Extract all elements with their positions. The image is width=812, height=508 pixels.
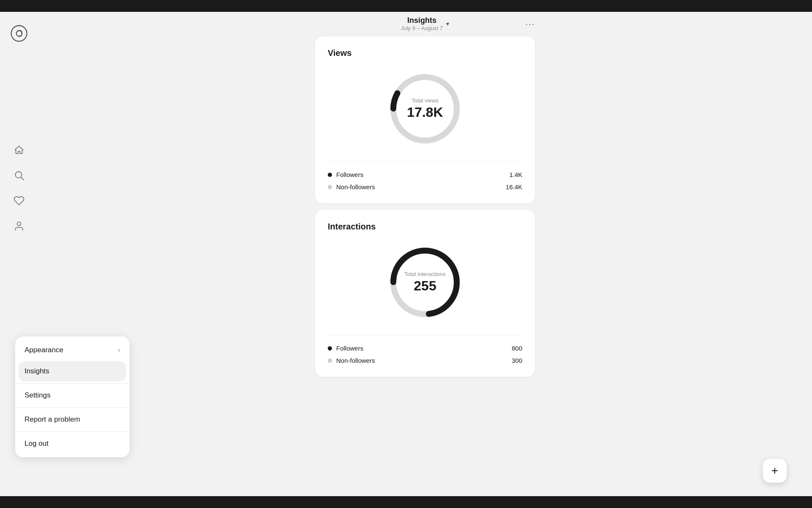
page-title: Insights xyxy=(407,16,436,25)
dropdown-item-insights[interactable]: Insights xyxy=(19,361,126,381)
dropdown-item-appearance[interactable]: Appearance › xyxy=(15,340,129,360)
date-range: July 9 – August 7 xyxy=(401,25,443,31)
interactions-donut-center: Total interactions 255 xyxy=(404,271,446,294)
views-legend: Followers 1.4K Non-followers 16.4K xyxy=(328,161,522,193)
profile-icon[interactable] xyxy=(13,220,25,232)
threads-logo[interactable] xyxy=(10,25,28,42)
views-followers-row: Followers 1.4K xyxy=(328,168,522,181)
int-nonfollowers-dot xyxy=(328,359,332,363)
divider xyxy=(15,383,129,384)
interactions-legend: Followers 800 Non-followers 300 xyxy=(328,335,522,367)
svg-line-2 xyxy=(21,177,24,180)
divider-3 xyxy=(15,431,129,432)
activity-icon[interactable] xyxy=(13,195,25,207)
sidebar-nav xyxy=(13,144,25,232)
svg-point-0 xyxy=(11,26,27,41)
int-followers-dot xyxy=(328,346,332,351)
int-nonfollowers-value: 300 xyxy=(512,357,522,364)
nonfollowers-label: Non-followers xyxy=(336,183,375,190)
header-title-area: Insights July 9 – August 7 xyxy=(401,16,443,31)
views-donut-chart: Total views 17.8K xyxy=(383,66,467,151)
home-icon[interactable] xyxy=(13,144,25,156)
svg-point-1 xyxy=(15,171,22,178)
views-center-label: Total views xyxy=(407,97,443,104)
views-donut-center: Total views 17.8K xyxy=(407,97,443,120)
interactions-donut-container: Total interactions 255 xyxy=(328,240,522,325)
new-post-fab[interactable]: + xyxy=(763,459,787,483)
nonfollowers-value: 16.4K xyxy=(506,183,522,190)
int-followers-label: Followers xyxy=(336,345,363,352)
more-options-button[interactable]: ··· xyxy=(525,19,535,29)
interactions-center-value: 255 xyxy=(404,278,446,294)
chevron-right-icon: › xyxy=(118,346,120,354)
interactions-center-label: Total interactions xyxy=(404,271,446,277)
views-nonfollowers-row: Non-followers 16.4K xyxy=(328,181,522,193)
divider-2 xyxy=(15,407,129,408)
dropdown-menu: Appearance › Insights Settings Report a … xyxy=(15,337,129,457)
bottom-bar xyxy=(0,496,812,508)
search-icon[interactable] xyxy=(13,169,25,181)
dropdown-item-settings[interactable]: Settings xyxy=(15,385,129,406)
interactions-card-title: Interactions xyxy=(328,222,522,232)
views-donut-container: Total views 17.8K xyxy=(328,66,522,151)
interactions-card: Interactions Total interactions 255 xyxy=(315,210,535,377)
followers-label: Followers xyxy=(336,171,363,178)
interactions-donut-chart: Total interactions 255 xyxy=(383,240,467,325)
dropdown-item-logout[interactable]: Log out xyxy=(15,433,129,454)
interactions-followers-row: Followers 800 xyxy=(328,342,522,354)
int-nonfollowers-label: Non-followers xyxy=(336,357,375,364)
top-bar xyxy=(0,0,812,12)
main-content: Insights July 9 – August 7 ▾ ··· Views T… xyxy=(38,12,812,508)
views-card-title: Views xyxy=(328,48,522,58)
views-center-value: 17.8K xyxy=(407,105,443,120)
svg-point-3 xyxy=(17,222,21,226)
header-chevron-icon[interactable]: ▾ xyxy=(446,20,449,27)
followers-value: 1.4K xyxy=(509,171,522,178)
insights-header: Insights July 9 – August 7 ▾ ··· xyxy=(315,16,535,31)
interactions-nonfollowers-row: Non-followers 300 xyxy=(328,354,522,367)
followers-dot xyxy=(328,173,332,177)
int-followers-value: 800 xyxy=(512,345,522,352)
nonfollowers-dot xyxy=(328,185,332,189)
dropdown-item-report[interactable]: Report a problem xyxy=(15,409,129,430)
views-card: Views Total views 17.8K xyxy=(315,36,535,203)
